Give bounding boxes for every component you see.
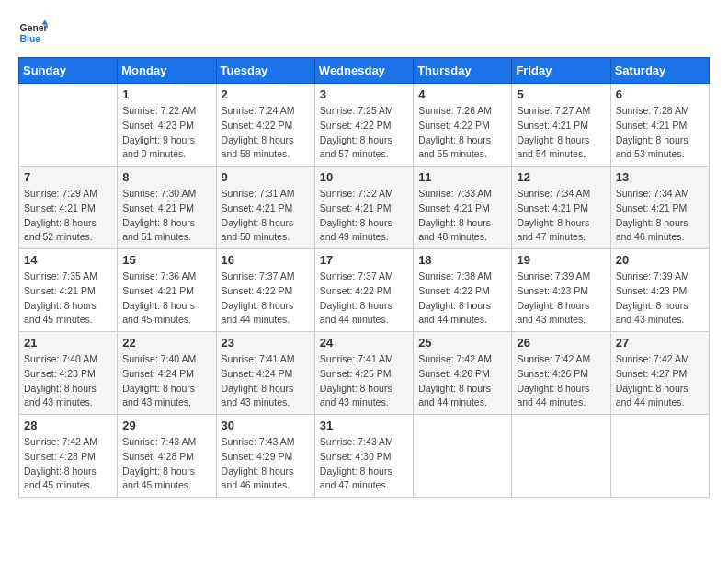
day-info: Sunrise: 7:43 AM Sunset: 4:28 PM Dayligh… [122,435,210,493]
svg-text:Blue: Blue [20,34,41,44]
calendar-cell: 24Sunrise: 7:41 AM Sunset: 4:25 PM Dayli… [314,332,413,415]
day-number: 15 [122,253,210,267]
calendar-header-row: SundayMondayTuesdayWednesdayThursdayFrid… [19,58,710,84]
day-number: 30 [222,419,310,432]
day-info: Sunrise: 7:40 AM Sunset: 4:23 PM Dayligh… [24,352,112,410]
weekday-header-thursday: Thursday [414,58,512,84]
calendar-cell: 16Sunrise: 7:37 AM Sunset: 4:22 PM Dayli… [216,249,314,332]
day-number: 16 [222,253,310,267]
day-info: Sunrise: 7:22 AM Sunset: 4:23 PM Dayligh… [122,104,210,162]
day-number: 1 [122,87,210,101]
calendar-cell [610,415,709,498]
calendar-cell: 19Sunrise: 7:39 AM Sunset: 4:23 PM Dayli… [512,249,610,332]
day-number: 26 [517,336,605,350]
day-number: 28 [24,419,112,432]
calendar-cell: 4Sunrise: 7:26 AM Sunset: 4:22 PM Daylig… [414,84,512,167]
day-number: 11 [418,170,506,184]
day-info: Sunrise: 7:34 AM Sunset: 4:21 PM Dayligh… [616,187,704,245]
calendar-cell: 6Sunrise: 7:28 AM Sunset: 4:21 PM Daylig… [610,84,709,167]
calendar-cell: 29Sunrise: 7:43 AM Sunset: 4:28 PM Dayli… [118,415,216,498]
day-number: 25 [418,336,506,350]
day-info: Sunrise: 7:39 AM Sunset: 4:23 PM Dayligh… [616,270,704,327]
day-info: Sunrise: 7:30 AM Sunset: 4:21 PM Dayligh… [122,187,210,245]
calendar-cell: 12Sunrise: 7:34 AM Sunset: 4:21 PM Dayli… [512,167,610,249]
day-number: 7 [24,170,112,184]
calendar-cell: 15Sunrise: 7:36 AM Sunset: 4:21 PM Dayli… [118,249,216,332]
day-number: 3 [320,87,408,101]
day-number: 21 [24,336,112,350]
day-info: Sunrise: 7:33 AM Sunset: 4:21 PM Dayligh… [418,187,506,245]
weekday-header-friday: Friday [512,58,610,84]
calendar-cell: 27Sunrise: 7:42 AM Sunset: 4:27 PM Dayli… [610,332,709,415]
day-info: Sunrise: 7:27 AM Sunset: 4:21 PM Dayligh… [517,104,605,162]
day-info: Sunrise: 7:41 AM Sunset: 4:24 PM Dayligh… [222,352,310,410]
day-number: 29 [122,419,210,432]
svg-text:General: General [20,23,48,33]
calendar-cell: 20Sunrise: 7:39 AM Sunset: 4:23 PM Dayli… [610,249,709,332]
calendar-cell [512,415,610,498]
calendar-cell: 8Sunrise: 7:30 AM Sunset: 4:21 PM Daylig… [118,167,216,249]
day-info: Sunrise: 7:32 AM Sunset: 4:21 PM Dayligh… [320,187,408,245]
day-number: 14 [24,253,112,267]
calendar-week-row: 28Sunrise: 7:42 AM Sunset: 4:28 PM Dayli… [19,415,710,498]
day-info: Sunrise: 7:26 AM Sunset: 4:22 PM Dayligh… [418,104,506,162]
weekday-header-monday: Monday [118,58,216,84]
calendar-cell: 9Sunrise: 7:31 AM Sunset: 4:21 PM Daylig… [216,167,314,249]
calendar-cell: 30Sunrise: 7:43 AM Sunset: 4:29 PM Dayli… [216,415,314,498]
day-info: Sunrise: 7:29 AM Sunset: 4:21 PM Dayligh… [24,187,112,245]
calendar-week-row: 21Sunrise: 7:40 AM Sunset: 4:23 PM Dayli… [19,332,710,415]
day-number: 19 [517,253,605,267]
day-info: Sunrise: 7:41 AM Sunset: 4:25 PM Dayligh… [320,352,408,410]
weekday-header-saturday: Saturday [610,58,709,84]
day-info: Sunrise: 7:34 AM Sunset: 4:21 PM Dayligh… [517,187,605,245]
weekday-header-wednesday: Wednesday [314,58,413,84]
day-info: Sunrise: 7:36 AM Sunset: 4:21 PM Dayligh… [122,270,210,327]
page-header: General Blue [18,18,710,48]
day-number: 17 [320,253,408,267]
calendar-cell: 2Sunrise: 7:24 AM Sunset: 4:22 PM Daylig… [216,84,314,167]
logo-icon: General Blue [18,18,48,48]
day-info: Sunrise: 7:43 AM Sunset: 4:30 PM Dayligh… [320,435,408,493]
day-info: Sunrise: 7:28 AM Sunset: 4:21 PM Dayligh… [616,104,704,162]
day-number: 27 [616,336,704,350]
calendar-cell [414,415,512,498]
calendar-cell: 18Sunrise: 7:38 AM Sunset: 4:22 PM Dayli… [414,249,512,332]
calendar-cell: 13Sunrise: 7:34 AM Sunset: 4:21 PM Dayli… [610,167,709,249]
day-info: Sunrise: 7:37 AM Sunset: 4:22 PM Dayligh… [320,270,408,327]
calendar-cell: 26Sunrise: 7:42 AM Sunset: 4:26 PM Dayli… [512,332,610,415]
day-number: 22 [122,336,210,350]
calendar-cell: 7Sunrise: 7:29 AM Sunset: 4:21 PM Daylig… [19,167,118,249]
svg-marker-2 [42,20,48,25]
calendar-cell: 25Sunrise: 7:42 AM Sunset: 4:26 PM Dayli… [414,332,512,415]
calendar-week-row: 1Sunrise: 7:22 AM Sunset: 4:23 PM Daylig… [19,84,710,167]
day-info: Sunrise: 7:39 AM Sunset: 4:23 PM Dayligh… [517,270,605,327]
day-info: Sunrise: 7:40 AM Sunset: 4:24 PM Dayligh… [122,352,210,410]
calendar-cell: 28Sunrise: 7:42 AM Sunset: 4:28 PM Dayli… [19,415,118,498]
calendar-week-row: 7Sunrise: 7:29 AM Sunset: 4:21 PM Daylig… [19,167,710,249]
day-number: 31 [320,419,408,432]
logo: General Blue [18,18,48,48]
day-info: Sunrise: 7:24 AM Sunset: 4:22 PM Dayligh… [222,104,310,162]
calendar-cell: 17Sunrise: 7:37 AM Sunset: 4:22 PM Dayli… [314,249,413,332]
weekday-header-tuesday: Tuesday [216,58,314,84]
day-number: 18 [418,253,506,267]
day-number: 10 [320,170,408,184]
calendar-cell: 3Sunrise: 7:25 AM Sunset: 4:22 PM Daylig… [314,84,413,167]
day-number: 4 [418,87,506,101]
day-number: 20 [616,253,704,267]
calendar-week-row: 14Sunrise: 7:35 AM Sunset: 4:21 PM Dayli… [19,249,710,332]
day-number: 24 [320,336,408,350]
day-number: 8 [122,170,210,184]
calendar-cell: 14Sunrise: 7:35 AM Sunset: 4:21 PM Dayli… [19,249,118,332]
day-info: Sunrise: 7:35 AM Sunset: 4:21 PM Dayligh… [24,270,112,327]
day-info: Sunrise: 7:42 AM Sunset: 4:27 PM Dayligh… [616,352,704,410]
calendar-cell: 22Sunrise: 7:40 AM Sunset: 4:24 PM Dayli… [118,332,216,415]
day-info: Sunrise: 7:42 AM Sunset: 4:26 PM Dayligh… [517,352,605,410]
calendar-cell: 21Sunrise: 7:40 AM Sunset: 4:23 PM Dayli… [19,332,118,415]
day-info: Sunrise: 7:25 AM Sunset: 4:22 PM Dayligh… [320,104,408,162]
day-number: 13 [616,170,704,184]
day-number: 23 [222,336,310,350]
day-number: 5 [517,87,605,101]
day-number: 2 [222,87,310,101]
day-info: Sunrise: 7:42 AM Sunset: 4:28 PM Dayligh… [24,435,112,493]
